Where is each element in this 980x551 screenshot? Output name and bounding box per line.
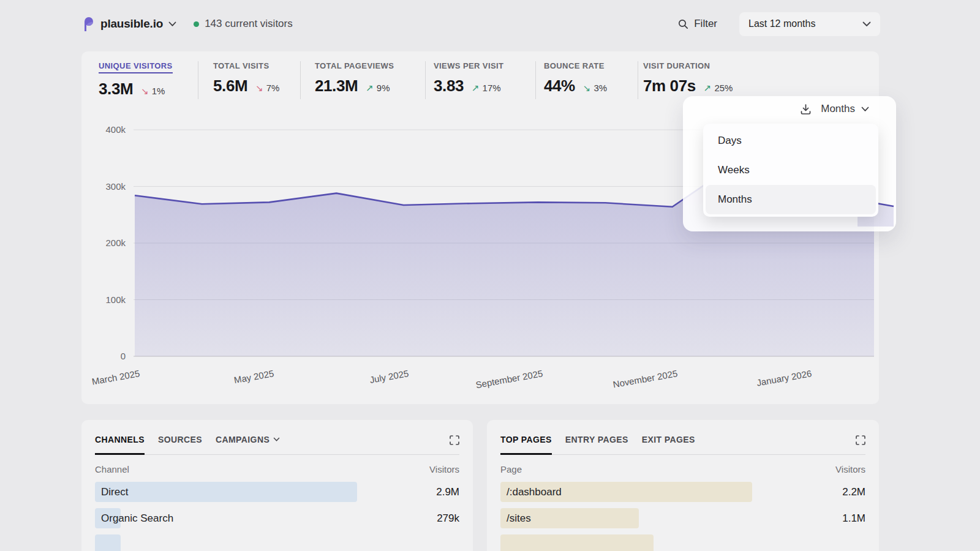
interval-trigger: Months [800, 103, 869, 115]
y-axis-tick: 400k [105, 124, 126, 135]
interval-selected-value: Months [821, 103, 855, 115]
pages-panel: TOP PAGESENTRY PAGESEXIT PAGES Page Visi… [487, 420, 879, 551]
row-bar [95, 534, 121, 551]
pages-expand-button[interactable] [856, 435, 865, 445]
chevron-down-icon [862, 21, 871, 27]
row-label: Direct [95, 486, 128, 498]
channels-panel: CHANNELSSOURCESCAMPAIGNS Channel Visitor… [81, 420, 473, 551]
date-range-selector[interactable]: Last 12 months [739, 12, 880, 36]
chevron-down-icon [861, 107, 869, 112]
interval-option-weeks[interactable]: Weeks [706, 156, 876, 185]
expand-icon [856, 435, 865, 445]
row-label: /:dashboard [500, 486, 562, 498]
row-value: 2.9M [436, 486, 459, 498]
y-axis-tick: 0 [121, 351, 126, 361]
y-axis-tick: 300k [105, 181, 126, 192]
interval-dropdown-button[interactable]: Months [821, 103, 869, 115]
row-value: 279k [437, 512, 459, 525]
filter-label: Filter [694, 18, 717, 30]
table-row-partial [500, 534, 865, 551]
site-name: plausible.io [100, 17, 163, 31]
interval-option-months[interactable]: Months [706, 185, 876, 214]
channels-column-headers: Channel Visitors [95, 464, 459, 474]
tab-label: CAMPAIGNS [216, 435, 270, 444]
chevron-down-icon [168, 21, 176, 27]
page-column-header: Page [500, 464, 522, 474]
row-bar [500, 534, 654, 551]
tab-label: ENTRY PAGES [565, 435, 628, 444]
visitors-column-header: Visitors [835, 464, 865, 474]
current-visitors-label: 143 current visitors [205, 18, 293, 30]
row-bar [95, 482, 357, 502]
download-icon[interactable] [800, 103, 812, 115]
pages-tab-top-pages[interactable]: TOP PAGES [500, 435, 552, 454]
row-label: Organic Search [95, 512, 173, 525]
pages-tabs: TOP PAGESENTRY PAGESEXIT PAGES [500, 435, 865, 455]
row-value: 2.2M [842, 486, 865, 498]
analytics-dashboard: plausible.io 143 current visitors Filter… [0, 0, 980, 551]
filter-button[interactable]: Filter [678, 18, 717, 30]
plausible-logo-icon [81, 16, 95, 32]
chevron-down-icon [273, 437, 280, 442]
tab-label: TOP PAGES [500, 435, 552, 444]
site-switcher[interactable]: plausible.io [81, 16, 176, 32]
table-row[interactable]: Organic Search279k [95, 508, 459, 528]
y-axis-tick: 100k [105, 294, 126, 305]
channels-expand-button[interactable] [450, 435, 459, 445]
interval-option-days[interactable]: Days [706, 126, 876, 156]
row-label: /sites [500, 512, 531, 525]
top-bar: plausible.io 143 current visitors Filter… [81, 0, 880, 48]
visitors-column-header: Visitors [429, 464, 459, 474]
pages-table: /:dashboard2.2M/sites1.1M [500, 482, 865, 551]
table-row[interactable]: Direct2.9M [95, 482, 459, 502]
search-icon [678, 19, 688, 29]
tab-label: EXIT PAGES [642, 435, 695, 444]
live-dot-icon [194, 21, 199, 27]
pages-tab-exit-pages[interactable]: EXIT PAGES [642, 435, 695, 454]
table-row-partial [95, 534, 459, 551]
channels-tabs: CHANNELSSOURCESCAMPAIGNS [95, 435, 459, 455]
channels-tab-channels[interactable]: CHANNELS [95, 435, 145, 454]
channels-table: Direct2.9MOrganic Search279k [95, 482, 459, 551]
table-row[interactable]: /sites1.1M [500, 508, 865, 528]
channel-column-header: Channel [95, 464, 129, 474]
tab-label: SOURCES [158, 435, 202, 444]
interval-menu: DaysWeeksMonths [703, 124, 878, 217]
pages-tab-entry-pages[interactable]: ENTRY PAGES [565, 435, 628, 454]
y-axis-tick: 200k [105, 238, 126, 248]
row-value: 1.1M [842, 512, 865, 525]
expand-icon [450, 435, 459, 445]
tab-label: CHANNELS [95, 435, 145, 444]
channels-tab-sources[interactable]: SOURCES [158, 435, 202, 454]
date-range-value: Last 12 months [748, 18, 815, 29]
channels-tab-campaigns[interactable]: CAMPAIGNS [216, 435, 280, 454]
current-visitors[interactable]: 143 current visitors [194, 18, 293, 30]
pages-column-headers: Page Visitors [500, 464, 865, 474]
top-bar-right: Filter Last 12 months [678, 12, 880, 36]
table-row[interactable]: /:dashboard2.2M [500, 482, 865, 502]
